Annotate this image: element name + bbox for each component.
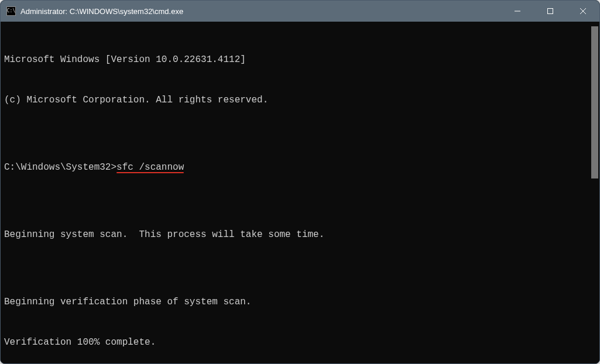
maximize-button[interactable]	[534, 1, 567, 22]
close-icon	[580, 8, 587, 15]
minimize-button[interactable]	[501, 1, 534, 22]
window-title: Administrator: C:\WINDOWS\system32\cmd.e…	[20, 7, 501, 16]
cmd-icon: C:\	[6, 6, 16, 16]
titlebar[interactable]: C:\ Administrator: C:\WINDOWS\system32\c…	[1, 1, 599, 22]
minimize-icon	[514, 8, 521, 15]
maximize-icon	[547, 8, 554, 15]
output-line: Verification 100% complete.	[4, 336, 596, 349]
annotation-underline	[116, 172, 184, 174]
svg-rect-1	[548, 9, 553, 14]
output-line: (c) Microsoft Corporation. All rights re…	[4, 94, 596, 107]
prompt-line: C:\Windows\System32>sfc /scannow	[4, 161, 596, 174]
terminal-content: Microsoft Windows [Version 10.0.22631.41…	[4, 26, 596, 363]
cmd-window: C:\ Administrator: C:\WINDOWS\system32\c…	[0, 0, 600, 364]
terminal-body[interactable]: Microsoft Windows [Version 10.0.22631.41…	[1, 22, 599, 363]
close-button[interactable]	[567, 1, 599, 22]
output-line: Beginning system scan. This process will…	[4, 228, 596, 242]
output-line: Beginning verification phase of system s…	[4, 296, 596, 309]
window-controls	[501, 1, 599, 22]
command-text: sfc /scannow	[116, 162, 184, 173]
prompt-text: C:\Windows\System32>	[4, 162, 116, 173]
output-line: Microsoft Windows [Version 10.0.22631.41…	[4, 53, 596, 67]
